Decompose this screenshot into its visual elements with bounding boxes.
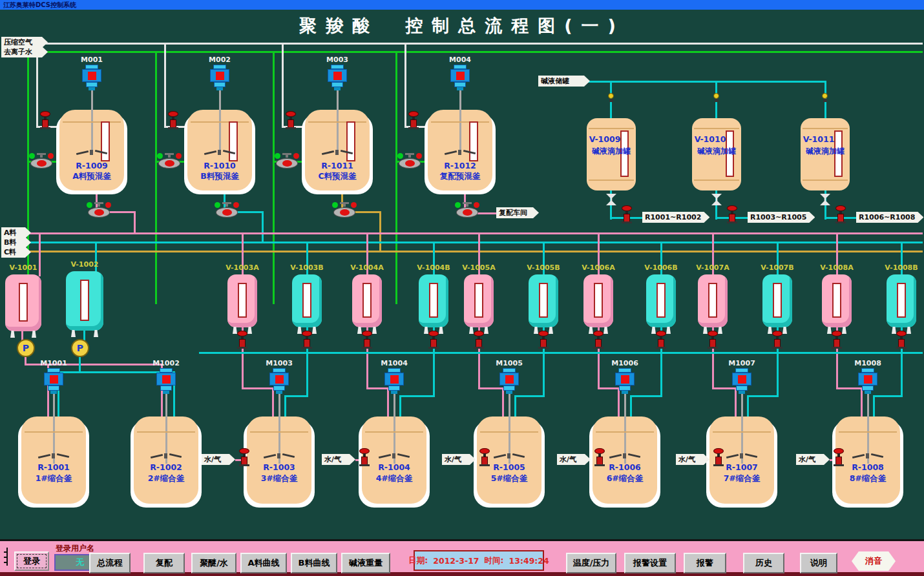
shutoff-valve[interactable] bbox=[822, 93, 828, 102]
ball-valve[interactable] bbox=[275, 153, 299, 169]
control-valve[interactable] bbox=[428, 331, 439, 349]
tank-seam bbox=[803, 128, 848, 129]
valve-part bbox=[286, 127, 296, 129]
vessel-leg bbox=[768, 327, 772, 334]
control-valve[interactable] bbox=[772, 331, 782, 349]
motor-label: M1004 bbox=[375, 359, 414, 367]
footer-button[interactable]: 聚醚/水 bbox=[191, 553, 236, 573]
valve-part bbox=[609, 99, 613, 102]
motor-part bbox=[619, 386, 631, 391]
valve-part bbox=[608, 93, 614, 99]
control-valve[interactable] bbox=[832, 331, 842, 349]
footer-button[interactable]: 复配 bbox=[143, 553, 185, 573]
footer-button[interactable]: 温度/压力 bbox=[566, 553, 616, 573]
tank-name: 7#缩合釜 bbox=[709, 473, 774, 484]
footer-button[interactable]: 报警 bbox=[684, 553, 726, 573]
footer-button[interactable]: 总流程 bbox=[89, 553, 131, 573]
motor-label: M1008 bbox=[848, 359, 887, 367]
flow-label-water-gas: 水/气 bbox=[676, 454, 709, 465]
control-valve[interactable] bbox=[593, 331, 604, 349]
flow-label-alkali-storage: 碱液储罐 bbox=[538, 76, 590, 87]
shutoff-valve[interactable] bbox=[608, 93, 614, 102]
agitator-impeller bbox=[151, 452, 182, 460]
impeller-blade bbox=[282, 453, 295, 458]
control-valve[interactable] bbox=[286, 111, 296, 130]
control-valve[interactable] bbox=[168, 111, 178, 130]
ball-valve[interactable] bbox=[332, 202, 357, 218]
flow-label-water-gas: 水/气 bbox=[202, 454, 235, 465]
valve-part bbox=[823, 99, 827, 102]
agitator-impeller bbox=[76, 149, 107, 156]
ball-valve[interactable] bbox=[29, 153, 54, 169]
pipe-material-a bbox=[134, 211, 136, 234]
control-valve[interactable] bbox=[538, 331, 549, 349]
control-valve[interactable] bbox=[302, 331, 312, 349]
agitator-impeller bbox=[852, 452, 883, 460]
vessel-leg bbox=[357, 327, 362, 334]
impeller-blade bbox=[57, 453, 69, 458]
control-valve[interactable] bbox=[474, 331, 484, 349]
footer-button[interactable]: 报警设置 bbox=[624, 553, 676, 573]
ball-valve[interactable] bbox=[157, 153, 182, 169]
open-indicator-light bbox=[332, 202, 338, 208]
control-valve[interactable] bbox=[896, 331, 907, 349]
ball-valve[interactable] bbox=[87, 202, 111, 218]
impeller-blade bbox=[866, 453, 869, 458]
impeller-blade bbox=[38, 454, 50, 458]
closed-indicator-light bbox=[48, 153, 54, 159]
tank-id: R-1004 bbox=[362, 462, 426, 472]
valve-part bbox=[896, 347, 907, 349]
motor-icon bbox=[269, 368, 289, 394]
valve-part bbox=[237, 347, 247, 349]
mute-button[interactable]: 消音 bbox=[852, 551, 896, 571]
shutoff-valve[interactable] bbox=[713, 93, 720, 102]
tank-name: 2#缩合釜 bbox=[134, 473, 198, 484]
impeller-blade bbox=[335, 150, 339, 155]
motor-label: M1006 bbox=[605, 359, 644, 367]
bus-material-c bbox=[23, 251, 923, 252]
agitator-impeller bbox=[445, 149, 476, 156]
control-valve[interactable] bbox=[408, 111, 419, 130]
valve-part bbox=[713, 93, 719, 99]
tank-id: R-1009 bbox=[59, 161, 124, 170]
control-valve[interactable] bbox=[727, 205, 737, 224]
motor-part bbox=[506, 391, 512, 394]
tank-seam bbox=[308, 121, 366, 123]
footer-button[interactable]: 历史 bbox=[743, 553, 784, 573]
control-valve[interactable] bbox=[656, 331, 666, 349]
pump-p1[interactable]: P bbox=[17, 339, 35, 357]
control-valve[interactable] bbox=[362, 331, 372, 349]
vessel-leg bbox=[651, 327, 656, 334]
footer-button[interactable]: 说明 bbox=[800, 553, 837, 573]
window-titlebar: 江苏奥莱特DCS控制系统 bbox=[0, 0, 924, 10]
vessel-label: V-1006A bbox=[572, 263, 624, 272]
footer-button[interactable]: 碱液重量 bbox=[341, 553, 390, 573]
ball-valve[interactable] bbox=[455, 202, 479, 218]
valve-part bbox=[835, 221, 846, 223]
motor-part bbox=[615, 373, 635, 386]
ball-valve[interactable] bbox=[215, 202, 239, 218]
control-valve[interactable] bbox=[622, 205, 632, 224]
ball-valve[interactable] bbox=[397, 153, 422, 169]
vessel-label: V-1002 bbox=[59, 260, 110, 269]
vessel-leg bbox=[907, 327, 911, 334]
control-valve[interactable] bbox=[40, 111, 50, 130]
tank-id: R-1001 bbox=[21, 462, 86, 472]
pipe-compressed-air bbox=[164, 43, 166, 128]
login-button[interactable]: 登录 bbox=[14, 551, 49, 571]
pump-p2[interactable]: P bbox=[71, 339, 89, 357]
page-title: 聚羧酸 控制总流程图(一) bbox=[0, 14, 924, 37]
closed-indicator-light bbox=[351, 202, 357, 208]
tank-seam bbox=[63, 121, 121, 123]
control-valve[interactable] bbox=[835, 205, 846, 224]
motor-icon bbox=[384, 368, 404, 394]
control-valve[interactable] bbox=[237, 331, 247, 349]
vessel-leg bbox=[247, 327, 252, 334]
pipe-material-b bbox=[262, 211, 264, 243]
vessel-label: V-1005A bbox=[453, 263, 505, 272]
footer-button[interactable]: B料曲线 bbox=[291, 553, 337, 573]
footer-button[interactable]: A料曲线 bbox=[240, 553, 287, 573]
motor-part bbox=[736, 386, 748, 391]
impeller-blade bbox=[623, 453, 626, 458]
control-valve[interactable] bbox=[708, 331, 718, 349]
